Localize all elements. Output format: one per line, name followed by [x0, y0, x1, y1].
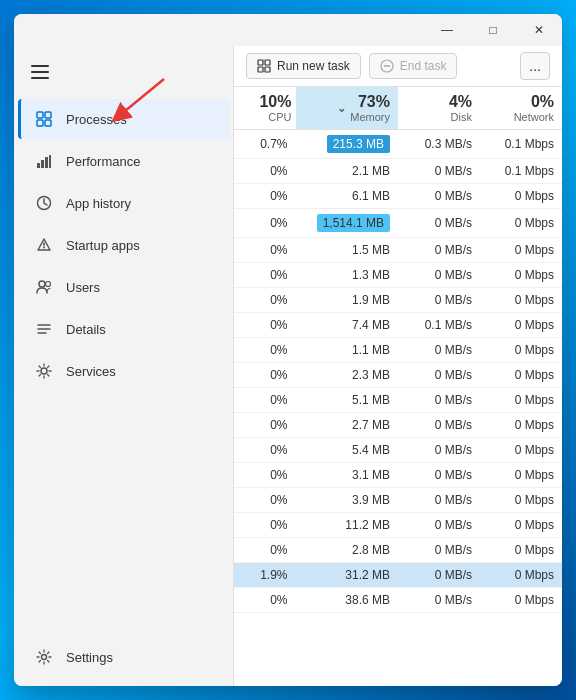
cell-disk: 0 MB/s — [398, 538, 480, 563]
process-table-wrapper[interactable]: 10% CPU ⌄ 73% Memory — [234, 87, 562, 686]
sidebar-item-details-label: Details — [66, 322, 106, 337]
cell-disk: 0 MB/s — [398, 438, 480, 463]
table-row[interactable]: 0%6.1 MB0 MB/s0 Mbps — [234, 184, 562, 209]
cell-cpu: 0% — [234, 513, 296, 538]
table-row[interactable]: 0%2.1 MB0 MB/s0.1 Mbps — [234, 159, 562, 184]
cell-cpu: 0% — [234, 538, 296, 563]
sidebar-item-users-label: Users — [66, 280, 100, 295]
table-row[interactable]: 0%2.8 MB0 MB/s0 Mbps — [234, 538, 562, 563]
sidebar-item-settings-label: Settings — [66, 650, 113, 665]
cell-cpu: 0% — [234, 159, 296, 184]
minimize-button[interactable]: — — [424, 14, 470, 46]
table-row[interactable]: 0%5.4 MB0 MB/s0 Mbps — [234, 438, 562, 463]
cell-cpu: 0% — [234, 209, 296, 238]
cell-disk: 0 MB/s — [398, 288, 480, 313]
main-content: Processes Performance — [14, 46, 562, 686]
sidebar-item-services[interactable]: Services — [18, 351, 229, 391]
cell-memory: 5.4 MB — [296, 438, 399, 463]
cell-disk: 0 MB/s — [398, 413, 480, 438]
process-table: 10% CPU ⌄ 73% Memory — [234, 87, 562, 613]
maximize-button[interactable]: □ — [470, 14, 516, 46]
cell-disk: 0.1 MB/s — [398, 313, 480, 338]
cell-network: 0 Mbps — [480, 438, 562, 463]
cell-cpu: 0% — [234, 438, 296, 463]
hamburger-menu[interactable] — [22, 54, 58, 90]
cell-cpu: 0% — [234, 388, 296, 413]
task-manager-window: — □ ✕ — [14, 14, 562, 686]
cell-network: 0 Mbps — [480, 413, 562, 438]
table-body: 0.7%215.3 MB0.3 MB/s0.1 Mbps0%2.1 MB0 MB… — [234, 130, 562, 613]
startup-apps-icon — [34, 235, 54, 255]
svg-point-10 — [43, 247, 45, 249]
table-row[interactable]: 0%7.4 MB0.1 MB/s0 Mbps — [234, 313, 562, 338]
cell-memory: 11.2 MB — [296, 513, 399, 538]
titlebar: — □ ✕ — [14, 14, 562, 46]
content-area: Run new task End task ... — [234, 46, 562, 686]
svg-rect-6 — [41, 160, 44, 168]
table-row[interactable]: 0.7%215.3 MB0.3 MB/s0.1 Mbps — [234, 130, 562, 159]
col-header-network[interactable]: 0% Network — [480, 87, 562, 130]
cell-memory: 1.1 MB — [296, 338, 399, 363]
table-row[interactable]: 0%1.1 MB0 MB/s0 Mbps — [234, 338, 562, 363]
cell-disk: 0 MB/s — [398, 588, 480, 613]
table-row[interactable]: 0%38.6 MB0 MB/s0 Mbps — [234, 588, 562, 613]
memory-sort-icon: ⌄ — [337, 102, 346, 115]
sidebar-item-processes[interactable]: Processes — [18, 99, 229, 139]
sidebar-item-services-label: Services — [66, 364, 116, 379]
svg-point-13 — [46, 282, 51, 287]
col-header-cpu[interactable]: 10% CPU — [234, 87, 296, 130]
svg-rect-20 — [265, 60, 270, 65]
table-row[interactable]: 0%3.9 MB0 MB/s0 Mbps — [234, 488, 562, 513]
cell-network: 0.1 Mbps — [480, 159, 562, 184]
cell-cpu: 0% — [234, 363, 296, 388]
table-row[interactable]: 0%3.1 MB0 MB/s0 Mbps — [234, 463, 562, 488]
cell-network: 0 Mbps — [480, 184, 562, 209]
cell-network: 0 Mbps — [480, 563, 562, 588]
table-row[interactable]: 0%2.7 MB0 MB/s0 Mbps — [234, 413, 562, 438]
users-icon — [34, 277, 54, 297]
table-row[interactable]: 0%1.9 MB0 MB/s0 Mbps — [234, 288, 562, 313]
cell-network: 0 Mbps — [480, 263, 562, 288]
sidebar-item-users[interactable]: Users — [18, 267, 229, 307]
sidebar-item-performance[interactable]: Performance — [18, 141, 229, 181]
cell-cpu: 0% — [234, 588, 296, 613]
cell-disk: 0 MB/s — [398, 338, 480, 363]
table-row[interactable]: 1.9%31.2 MB0 MB/s0 Mbps — [234, 563, 562, 588]
sidebar-item-startup-apps[interactable]: Startup apps — [18, 225, 229, 265]
sidebar-item-app-history[interactable]: App history — [18, 183, 229, 223]
sidebar-item-processes-label: Processes — [66, 112, 127, 127]
cell-cpu: 0% — [234, 313, 296, 338]
cell-disk: 0 MB/s — [398, 238, 480, 263]
sidebar-bottom: Settings — [14, 636, 233, 686]
table-row[interactable]: 0%5.1 MB0 MB/s0 Mbps — [234, 388, 562, 413]
cell-memory: 5.1 MB — [296, 388, 399, 413]
cell-disk: 0 MB/s — [398, 463, 480, 488]
end-task-button[interactable]: End task — [369, 53, 458, 79]
cell-memory: 1,514.1 MB — [296, 209, 399, 238]
col-header-disk[interactable]: 4% Disk — [398, 87, 480, 130]
table-row[interactable]: 0%1.3 MB0 MB/s0 Mbps — [234, 263, 562, 288]
table-row[interactable]: 0%1,514.1 MB0 MB/s0 Mbps — [234, 209, 562, 238]
cell-disk: 0 MB/s — [398, 563, 480, 588]
sidebar-item-app-history-label: App history — [66, 196, 131, 211]
cell-network: 0 Mbps — [480, 488, 562, 513]
close-button[interactable]: ✕ — [516, 14, 562, 46]
col-header-memory[interactable]: ⌄ 73% Memory — [296, 87, 399, 130]
cell-disk: 0 MB/s — [398, 513, 480, 538]
performance-icon — [34, 151, 54, 171]
sidebar-item-settings[interactable]: Settings — [18, 637, 229, 677]
sidebar-item-details[interactable]: Details — [18, 309, 229, 349]
run-new-task-button[interactable]: Run new task — [246, 53, 361, 79]
cell-memory: 1.9 MB — [296, 288, 399, 313]
more-options-button[interactable]: ... — [520, 52, 550, 80]
cell-cpu: 0% — [234, 463, 296, 488]
cell-disk: 0 MB/s — [398, 209, 480, 238]
services-icon — [34, 361, 54, 381]
end-task-icon — [380, 59, 394, 73]
table-row[interactable]: 0%2.3 MB0 MB/s0 Mbps — [234, 363, 562, 388]
table-row[interactable]: 0%11.2 MB0 MB/s0 Mbps — [234, 513, 562, 538]
cell-network: 0 Mbps — [480, 238, 562, 263]
cell-disk: 0 MB/s — [398, 488, 480, 513]
table-row[interactable]: 0%1.5 MB0 MB/s0 Mbps — [234, 238, 562, 263]
svg-rect-3 — [37, 120, 43, 126]
